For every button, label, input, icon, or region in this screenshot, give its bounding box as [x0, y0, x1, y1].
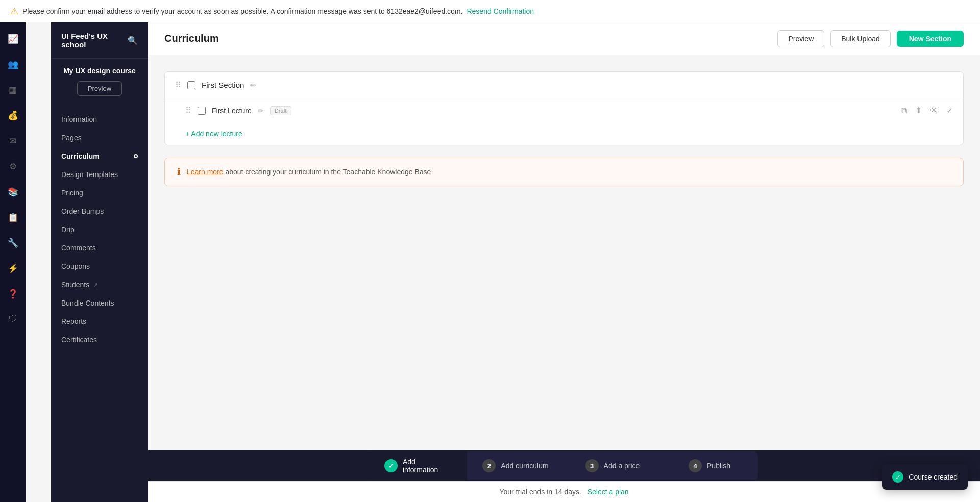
lecture-drag-handle-icon[interactable]: ⠿	[185, 106, 191, 115]
step-4[interactable]: 4 Publish	[661, 451, 758, 480]
upload-icon[interactable]: ⬆	[915, 106, 922, 115]
info-box-text: Learn more about creating your curriculu…	[187, 168, 431, 176]
users-icon[interactable]: 👥	[5, 56, 21, 72]
calendar-icon[interactable]: 📋	[5, 209, 21, 225]
step-3-num: 3	[585, 459, 599, 472]
icon-rail: 📈 👥 ▦ 💰 ✉ ⚙ 📚 📋 🔧 ⚡ ❓ 🛡	[0, 22, 26, 502]
sidebar-item-curriculum[interactable]: Curriculum	[51, 147, 148, 165]
copy-icon[interactable]: ⧉	[901, 106, 907, 115]
external-link-icon: ↗	[93, 282, 98, 288]
course-info: My UX design course Preview	[51, 59, 148, 104]
design-templates-label: Design Templates	[61, 170, 118, 179]
lecture-row: ⠿ First Lecture ✏ Draft ⧉ ⬆ 👁 ✓	[165, 98, 963, 122]
topbar-actions: Preview Bulk Upload New Section	[777, 30, 964, 47]
search-icon[interactable]: 🔍	[128, 36, 138, 45]
page-title: Curriculum	[164, 33, 219, 44]
info-box-suffix: about creating your curriculum in the Te…	[225, 168, 431, 176]
step-3[interactable]: 3 Add a price	[564, 451, 661, 480]
pricing-label: Pricing	[61, 189, 83, 197]
main-content: Curriculum Preview Bulk Upload New Secti…	[148, 22, 980, 502]
mail-icon[interactable]: ✉	[5, 133, 21, 149]
new-section-button[interactable]: New Section	[897, 31, 964, 47]
lecture-checkbox[interactable]	[198, 107, 206, 115]
lecture-title: First Lecture	[212, 107, 252, 115]
step-3-label: Add a price	[604, 462, 640, 470]
step-4-num: 4	[689, 459, 702, 472]
analytics-icon[interactable]: 📈	[5, 31, 21, 47]
toast-label: Course created	[909, 473, 958, 481]
step-2-label: Add curriculum	[501, 462, 548, 470]
sidebar-item-order-bumps[interactable]: Order Bumps	[51, 202, 148, 220]
drip-label: Drip	[61, 225, 75, 234]
brand-name: UI Feed's UX school	[61, 32, 128, 49]
edit-lecture-icon[interactable]: ✏	[258, 107, 264, 115]
sidebar-item-drip[interactable]: Drip	[51, 220, 148, 239]
select-plan-link[interactable]: Select a plan	[587, 488, 629, 496]
lightning-icon[interactable]: ⚡	[5, 260, 21, 277]
eye-icon[interactable]: 👁	[930, 106, 938, 115]
complete-icon[interactable]: ✓	[946, 106, 953, 115]
active-indicator	[134, 154, 138, 158]
draft-badge: Draft	[270, 106, 291, 115]
help-icon[interactable]: ❓	[5, 286, 21, 302]
reports-label: Reports	[61, 317, 86, 325]
sidebar-item-pages[interactable]: Pages	[51, 129, 148, 147]
section-title: First Section	[202, 81, 244, 89]
sidebar-item-coupons[interactable]: Coupons	[51, 257, 148, 275]
curriculum-label: Curriculum	[61, 152, 100, 160]
step-1-num: ✓	[384, 459, 398, 472]
resend-confirmation-link[interactable]: Resend Confirmation	[467, 7, 534, 15]
step-bar: ✓ Add information 2 Add curriculum 3 Add…	[148, 450, 980, 481]
sidebar-item-information[interactable]: Information	[51, 110, 148, 129]
toast-notification: ✓ Course created	[882, 464, 968, 490]
step-2[interactable]: 2 Add curriculum	[467, 451, 564, 480]
course-preview-button[interactable]: Preview	[77, 81, 122, 96]
library-icon[interactable]: 📚	[5, 184, 21, 200]
sidebar: UI Feed's UX school 🔍 My UX design cours…	[51, 22, 148, 502]
bundle-contents-label: Bundle Contents	[61, 299, 114, 307]
trial-text: Your trial ends in 14 days.	[499, 488, 581, 496]
revenue-icon[interactable]: 💰	[5, 107, 21, 123]
learn-more-link[interactable]: Learn more	[187, 168, 224, 176]
steps-container: ✓ Add information 2 Add curriculum 3 Add…	[370, 451, 758, 480]
sidebar-header: UI Feed's UX school 🔍	[51, 22, 148, 59]
lecture-actions: ⧉ ⬆ 👁 ✓	[901, 106, 953, 115]
preview-button[interactable]: Preview	[777, 30, 824, 47]
section-card: ⠿ First Section ✏ ⠿ First Lecture ✏ Draf…	[164, 71, 964, 145]
students-label: Students	[61, 281, 89, 289]
coupons-label: Coupons	[61, 262, 90, 270]
information-label: Information	[61, 115, 97, 123]
step-1[interactable]: ✓ Add information	[370, 451, 467, 480]
sidebar-item-comments[interactable]: Comments	[51, 239, 148, 257]
sidebar-item-certificates[interactable]: Certificates	[51, 331, 148, 349]
sidebar-nav: Information Pages Curriculum Design Temp…	[51, 104, 148, 502]
add-new-lecture-button[interactable]: + Add new lecture	[185, 130, 242, 138]
settings-icon[interactable]: ⚙	[5, 158, 21, 174]
step-1-label: Add information	[403, 458, 453, 474]
notification-text: Please confirm your email address to ver…	[22, 7, 462, 15]
edit-section-icon[interactable]: ✏	[250, 81, 256, 89]
sidebar-item-reports[interactable]: Reports	[51, 312, 148, 331]
tools-icon[interactable]: 🔧	[5, 235, 21, 251]
sidebar-item-pricing[interactable]: Pricing	[51, 184, 148, 202]
content-area: ⠿ First Section ✏ ⠿ First Lecture ✏ Draf…	[148, 55, 980, 450]
step-4-label: Publish	[707, 462, 730, 470]
course-title: My UX design course	[61, 67, 138, 75]
trial-bar: Your trial ends in 14 days. Select a pla…	[148, 481, 980, 502]
topbar: Curriculum Preview Bulk Upload New Secti…	[148, 22, 980, 55]
section-header: ⠿ First Section ✏	[165, 72, 963, 98]
info-circle-icon: ℹ	[177, 166, 181, 178]
notification-icon: ⚠	[10, 6, 18, 17]
drag-handle-icon[interactable]: ⠿	[175, 80, 181, 90]
step-2-num: 2	[482, 459, 496, 472]
certificates-label: Certificates	[61, 336, 97, 344]
shield-icon[interactable]: 🛡	[5, 311, 21, 328]
toast-check-icon: ✓	[892, 471, 903, 483]
section-checkbox[interactable]	[187, 81, 195, 89]
sidebar-item-bundle-contents[interactable]: Bundle Contents	[51, 294, 148, 312]
bulk-upload-button[interactable]: Bulk Upload	[830, 30, 891, 47]
sidebar-item-students[interactable]: Students ↗	[51, 275, 148, 294]
dashboard-icon[interactable]: ▦	[5, 82, 21, 98]
sidebar-item-design-templates[interactable]: Design Templates	[51, 165, 148, 184]
notification-bar: ⚠ Please confirm your email address to v…	[0, 0, 980, 22]
